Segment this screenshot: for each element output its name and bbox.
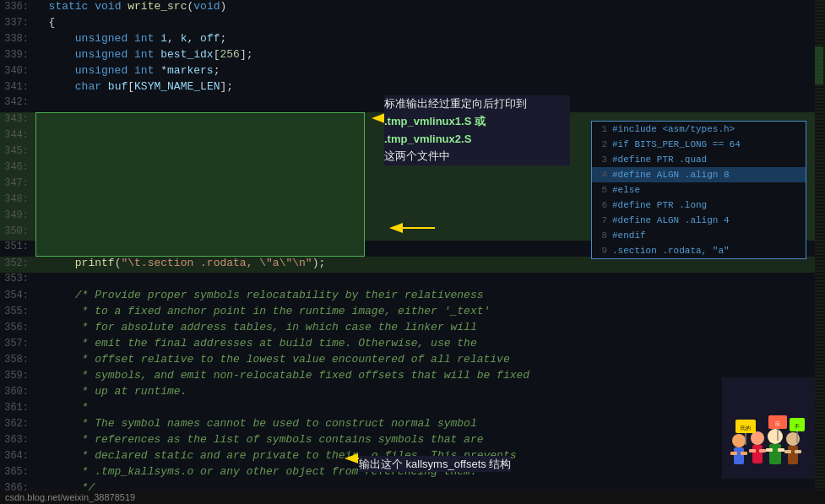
preview-line: 7#define ALGN .align 4	[592, 213, 806, 228]
code-line: 358: * offset relative to the lowest val…	[0, 353, 825, 369]
svg-point-4	[732, 434, 746, 447]
code-line: 363: * references as the list of symbols…	[0, 433, 825, 449]
code-line: 359: * symbols, and emit non-relocatable…	[0, 369, 825, 385]
svg-rect-7	[741, 452, 747, 455]
line-number: 351:	[3, 241, 35, 252]
code-line: 362: * The symbol names cannot be used t…	[0, 417, 825, 433]
line-number: 340:	[3, 65, 35, 77]
editor-container: 336: static void write_src(void)337: {33…	[0, 0, 825, 504]
code-line: 364: * declared static and are private t…	[0, 449, 825, 465]
svg-rect-9	[752, 445, 763, 463]
line-content: * .tmp_kallsyms.o or any other object fr…	[35, 465, 825, 478]
line-content: * to a fixed anchor point in the runtime…	[35, 305, 825, 317]
preview-line: 6#define PTR .long	[592, 198, 806, 213]
code-line: 340: unsigned int *markers;	[0, 64, 825, 80]
preview-line: 5#else	[592, 182, 806, 198]
svg-point-8	[751, 431, 764, 445]
line-content: /* Provide proper symbols relocatability…	[35, 289, 825, 301]
line-number: 349:	[3, 209, 35, 221]
line-number: 355:	[3, 306, 35, 317]
svg-rect-5	[734, 447, 744, 464]
code-line: 355: * to a fixed anchor point in the ru…	[0, 305, 825, 321]
line-content: unsigned int best_idx[256];	[35, 48, 825, 61]
svg-text:应: 应	[775, 420, 780, 427]
line-number: 360:	[3, 386, 35, 398]
svg-rect-18	[784, 450, 791, 453]
svg-rect-14	[766, 448, 773, 452]
code-line: 337: {	[0, 16, 825, 32]
preview-line: 3#define PTR .quad	[592, 152, 806, 167]
line-content: unsigned int i, k, off;	[35, 32, 825, 45]
line-content: *	[35, 401, 825, 414]
svg-text:氏的: 氏的	[741, 425, 751, 431]
line-content: * for absolute address tables, in which …	[35, 321, 825, 333]
preview-line: 9 .section .rodata, "a"	[592, 243, 806, 258]
line-number: 341:	[3, 81, 35, 93]
line-number: 336:	[3, 1, 35, 13]
code-preview-popup: 1#include <asm/types.h>2#if BITS_PER_LON…	[591, 121, 806, 259]
line-number: 345:	[3, 145, 35, 157]
line-number: 343:	[3, 113, 35, 125]
preview-line: 8#endif	[592, 228, 806, 243]
line-number: 337:	[3, 17, 35, 29]
scrollmap[interactable]	[815, 0, 825, 504]
code-line: 353:	[0, 273, 825, 289]
line-content: * The symbol names cannot be used to con…	[35, 417, 825, 430]
line-number: 347:	[3, 177, 35, 189]
line-number: 352:	[3, 257, 35, 269]
code-line: 361: *	[0, 401, 825, 417]
code-line: 357: * emit the final addresses at build…	[0, 337, 825, 353]
line-content: * declared static and are private to the…	[35, 449, 825, 462]
line-number: 338:	[3, 33, 35, 45]
line-content: char buf[KSYM_NAME_LEN];	[35, 80, 825, 93]
line-number: 353:	[3, 273, 35, 285]
line-number: 363:	[3, 434, 35, 446]
line-number: 365:	[3, 466, 35, 478]
line-number: 339:	[3, 49, 35, 61]
svg-rect-10	[749, 449, 756, 453]
cartoon-image: 氏的 应 不	[722, 377, 815, 479]
line-number: 361:	[3, 402, 35, 414]
line-number: 354:	[3, 290, 35, 301]
svg-rect-6	[730, 452, 737, 455]
line-number: 348:	[3, 193, 35, 205]
code-line: 338: unsigned int i, k, off;	[0, 32, 825, 48]
preview-line: 1#include <asm/types.h>	[592, 122, 806, 137]
code-line: 342:	[0, 96, 825, 112]
line-content: static void write_src(void)	[35, 0, 825, 13]
code-line: 356: * for absolute address tables, in w…	[0, 321, 825, 337]
svg-rect-13	[769, 444, 781, 464]
svg-point-12	[768, 429, 783, 444]
preview-line: 4#define ALGN .align 8	[592, 167, 806, 182]
line-content: unsigned int *markers;	[35, 64, 825, 77]
svg-rect-19	[795, 450, 801, 453]
watermark-text: csdn.blog.net/weixin_38878519	[5, 492, 135, 502]
code-line: 336: static void write_src(void)	[0, 0, 825, 16]
line-number: 357:	[3, 338, 35, 350]
line-number: 358:	[3, 354, 35, 366]
code-line: 360: * up at runtime.	[0, 385, 825, 401]
svg-rect-17	[788, 446, 798, 464]
preview-line: 2#if BITS_PER_LONG == 64	[592, 137, 806, 152]
code-line: 365: * .tmp_kallsyms.o or any other obje…	[0, 465, 825, 481]
line-content: * offset relative to the lowest value en…	[35, 353, 825, 366]
line-content: {	[35, 16, 825, 29]
svg-text:不: 不	[795, 424, 800, 430]
line-number: 356:	[3, 322, 35, 333]
line-number: 350:	[3, 225, 35, 237]
code-line: 339: unsigned int best_idx[256];	[0, 48, 825, 64]
code-line: 341: char buf[KSYM_NAME_LEN];	[0, 80, 825, 96]
line-content: * symbols, and emit non-relocatable fixe…	[35, 369, 825, 382]
line-content: * emit the final addresses at build time…	[35, 337, 825, 350]
line-content: * references as the list of symbols cont…	[35, 433, 825, 446]
code-line: 354: /* Provide proper symbols relocatab…	[0, 289, 825, 305]
line-number: 362:	[3, 418, 35, 430]
svg-rect-15	[778, 448, 784, 452]
line-number: 342:	[3, 96, 35, 108]
line-number: 346:	[3, 161, 35, 173]
line-number: 344:	[3, 129, 35, 141]
line-content: * up at runtime.	[35, 385, 825, 398]
watermark: csdn.blog.net/weixin_38878519	[0, 490, 825, 504]
line-number: 359:	[3, 370, 35, 382]
line-number: 364:	[3, 450, 35, 462]
